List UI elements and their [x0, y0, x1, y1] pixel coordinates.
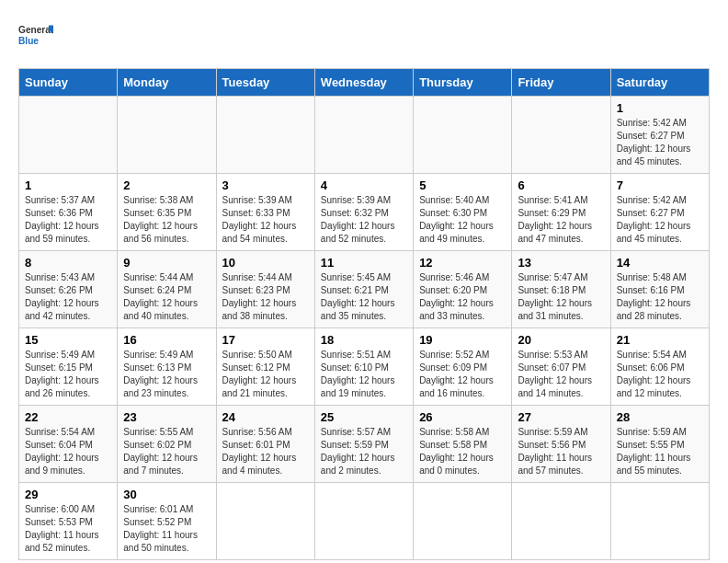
day-number: 7: [617, 178, 703, 192]
col-header-sunday: Sunday: [19, 69, 118, 97]
day-number: 17: [222, 333, 309, 347]
calendar-cell: [118, 97, 216, 174]
calendar-cell: 4 Sunrise: 5:39 AMSunset: 6:32 PMDayligh…: [314, 174, 413, 251]
day-info: Sunrise: 5:52 AMSunset: 6:09 PMDaylight:…: [419, 349, 506, 400]
calendar-week-3: 8 Sunrise: 5:43 AMSunset: 6:26 PMDayligh…: [19, 251, 710, 328]
day-number: 29: [25, 488, 111, 501]
calendar-cell: 3 Sunrise: 5:39 AMSunset: 6:33 PMDayligh…: [216, 174, 314, 251]
day-info: Sunrise: 5:44 AMSunset: 6:24 PMDaylight:…: [123, 271, 210, 323]
day-info: Sunrise: 5:57 AMSunset: 5:59 PMDaylight:…: [321, 426, 407, 477]
calendar-cell: [414, 483, 512, 560]
calendar-cell: [216, 483, 314, 560]
day-number: 3: [222, 178, 309, 192]
col-header-thursday: Thursday: [414, 69, 512, 97]
svg-text:General: General: [18, 25, 53, 35]
day-number: 21: [617, 333, 703, 347]
day-number: 14: [617, 256, 703, 270]
calendar-cell: 16 Sunrise: 5:49 AMSunset: 6:13 PMDaylig…: [118, 328, 216, 406]
calendar-cell: 7 Sunrise: 5:42 AMSunset: 6:27 PMDayligh…: [610, 174, 709, 251]
calendar-week-2: 1 Sunrise: 5:37 AMSunset: 6:36 PMDayligh…: [19, 174, 710, 251]
calendar-cell: 11 Sunrise: 5:45 AMSunset: 6:21 PMDaylig…: [314, 251, 413, 328]
calendar-cell: 26 Sunrise: 5:58 AMSunset: 5:58 PMDaylig…: [414, 406, 512, 483]
day-number: 13: [518, 256, 604, 270]
day-number: 24: [222, 410, 309, 424]
day-number: 19: [419, 333, 506, 347]
day-info: Sunrise: 5:55 AMSunset: 6:02 PMDaylight:…: [123, 426, 210, 477]
day-info: Sunrise: 5:40 AMSunset: 6:30 PMDaylight:…: [419, 194, 506, 246]
calendar-cell: 19 Sunrise: 5:52 AMSunset: 6:09 PMDaylig…: [414, 328, 512, 406]
day-info: Sunrise: 5:43 AMSunset: 6:26 PMDaylight:…: [25, 271, 111, 323]
calendar-cell: 12 Sunrise: 5:46 AMSunset: 6:20 PMDaylig…: [414, 251, 512, 328]
calendar-cell: 27 Sunrise: 5:59 AMSunset: 5:56 PMDaylig…: [512, 406, 610, 483]
day-info: Sunrise: 5:50 AMSunset: 6:12 PMDaylight:…: [222, 349, 309, 400]
calendar-cell: [414, 97, 512, 174]
day-number: 9: [123, 256, 210, 270]
day-info: Sunrise: 5:37 AMSunset: 6:36 PMDaylight:…: [25, 194, 111, 246]
day-info: Sunrise: 6:00 AMSunset: 5:53 PMDaylight:…: [25, 503, 111, 555]
calendar-week-1: 1 Sunrise: 5:42 AMSunset: 6:27 PMDayligh…: [19, 97, 710, 174]
day-info: Sunrise: 5:41 AMSunset: 6:29 PMDaylight:…: [518, 194, 604, 246]
day-number: 22: [25, 410, 111, 424]
day-number: 11: [321, 256, 407, 270]
logo-svg: General Blue: [18, 18, 53, 53]
calendar-cell: 21 Sunrise: 5:54 AMSunset: 6:06 PMDaylig…: [610, 328, 709, 406]
calendar-cell: [314, 483, 413, 560]
calendar-cell: 18 Sunrise: 5:51 AMSunset: 6:10 PMDaylig…: [314, 328, 413, 406]
day-info: Sunrise: 5:53 AMSunset: 6:07 PMDaylight:…: [518, 349, 604, 400]
col-header-tuesday: Tuesday: [216, 69, 314, 97]
day-number: 2: [123, 178, 210, 192]
day-info: Sunrise: 5:44 AMSunset: 6:23 PMDaylight:…: [222, 271, 309, 323]
calendar-cell: 15 Sunrise: 5:49 AMSunset: 6:15 PMDaylig…: [19, 328, 118, 406]
day-info: Sunrise: 5:48 AMSunset: 6:16 PMDaylight:…: [617, 271, 703, 323]
day-info: Sunrise: 5:51 AMSunset: 6:10 PMDaylight:…: [321, 349, 407, 400]
calendar-cell: 9 Sunrise: 5:44 AMSunset: 6:24 PMDayligh…: [118, 251, 216, 328]
day-info: Sunrise: 5:56 AMSunset: 6:01 PMDaylight:…: [222, 426, 309, 477]
calendar-cell: 22 Sunrise: 5:54 AMSunset: 6:04 PMDaylig…: [19, 406, 118, 483]
calendar-week-6: 29 Sunrise: 6:00 AMSunset: 5:53 PMDaylig…: [19, 483, 710, 560]
calendar-cell: 23 Sunrise: 5:55 AMSunset: 6:02 PMDaylig…: [118, 406, 216, 483]
day-info: Sunrise: 5:59 AMSunset: 5:56 PMDaylight:…: [518, 426, 604, 477]
calendar-cell: 25 Sunrise: 5:57 AMSunset: 5:59 PMDaylig…: [314, 406, 413, 483]
day-number: 27: [518, 410, 604, 424]
day-info: Sunrise: 5:49 AMSunset: 6:15 PMDaylight:…: [25, 349, 111, 400]
day-info: Sunrise: 5:46 AMSunset: 6:20 PMDaylight:…: [419, 271, 506, 323]
day-info: Sunrise: 5:45 AMSunset: 6:21 PMDaylight:…: [321, 271, 407, 323]
calendar-cell: 10 Sunrise: 5:44 AMSunset: 6:23 PMDaylig…: [216, 251, 314, 328]
logo: General Blue: [18, 18, 53, 53]
day-info: Sunrise: 5:54 AMSunset: 6:06 PMDaylight:…: [617, 349, 703, 400]
day-number: 6: [518, 178, 604, 192]
col-header-saturday: Saturday: [610, 69, 709, 97]
day-number: 1: [25, 178, 111, 192]
day-number: 4: [321, 178, 407, 192]
day-info: Sunrise: 5:42 AMSunset: 6:27 PMDaylight:…: [617, 194, 703, 246]
day-number: 10: [222, 256, 309, 270]
day-info: Sunrise: 5:59 AMSunset: 5:55 PMDaylight:…: [617, 426, 703, 477]
calendar-cell: 13 Sunrise: 5:47 AMSunset: 6:18 PMDaylig…: [512, 251, 610, 328]
col-header-friday: Friday: [512, 69, 610, 97]
day-number: 12: [419, 256, 506, 270]
header-row: SundayMondayTuesdayWednesdayThursdayFrid…: [19, 69, 710, 97]
day-number: 1: [617, 101, 703, 115]
calendar-cell: [610, 483, 709, 560]
calendar-cell: 6 Sunrise: 5:41 AMSunset: 6:29 PMDayligh…: [512, 174, 610, 251]
day-info: Sunrise: 5:42 AMSunset: 6:27 PMDaylight:…: [617, 117, 703, 168]
calendar-week-4: 15 Sunrise: 5:49 AMSunset: 6:15 PMDaylig…: [19, 328, 710, 406]
day-info: Sunrise: 5:54 AMSunset: 6:04 PMDaylight:…: [25, 426, 111, 477]
svg-text:Blue: Blue: [18, 36, 39, 46]
day-number: 30: [123, 488, 210, 501]
calendar-cell: 29 Sunrise: 6:00 AMSunset: 5:53 PMDaylig…: [19, 483, 118, 560]
day-info: Sunrise: 5:39 AMSunset: 6:33 PMDaylight:…: [222, 194, 309, 246]
col-header-wednesday: Wednesday: [314, 69, 413, 97]
calendar-cell: [512, 483, 610, 560]
calendar-cell: 1 Sunrise: 5:42 AMSunset: 6:27 PMDayligh…: [610, 97, 709, 174]
calendar-cell: [512, 97, 610, 174]
day-number: 26: [419, 410, 506, 424]
calendar-cell: 30 Sunrise: 6:01 AMSunset: 5:52 PMDaylig…: [118, 483, 216, 560]
calendar-cell: [216, 97, 314, 174]
calendar-cell: 2 Sunrise: 5:38 AMSunset: 6:35 PMDayligh…: [118, 174, 216, 251]
day-number: 18: [321, 333, 407, 347]
calendar-cell: 20 Sunrise: 5:53 AMSunset: 6:07 PMDaylig…: [512, 328, 610, 406]
col-header-monday: Monday: [118, 69, 216, 97]
calendar-cell: 28 Sunrise: 5:59 AMSunset: 5:55 PMDaylig…: [610, 406, 709, 483]
calendar-cell: [314, 97, 413, 174]
